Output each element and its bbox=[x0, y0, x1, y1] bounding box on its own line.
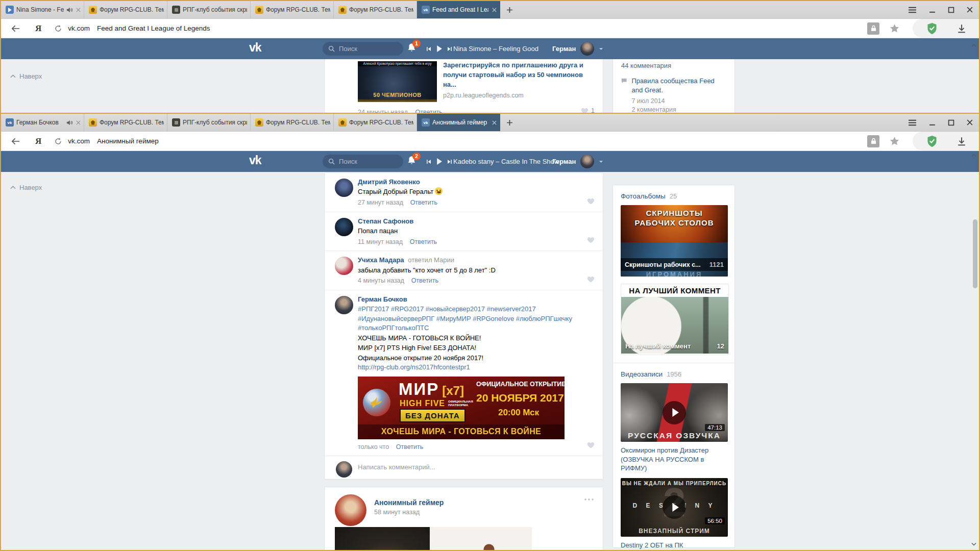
avatar[interactable] bbox=[335, 218, 353, 236]
video-title-link[interactable]: Destiny 2 ОБТ на ПК bbox=[621, 541, 728, 550]
close-window-icon[interactable] bbox=[967, 119, 973, 126]
post-image[interactable] bbox=[335, 527, 532, 550]
like-heart-icon[interactable] bbox=[587, 442, 595, 448]
pinned-topic[interactable]: Правила сообщества Feed and Great. 7 июл… bbox=[621, 77, 726, 113]
comment-author-link[interactable]: Герман Бочков bbox=[358, 295, 407, 303]
url-domain[interactable]: vk.com bbox=[68, 24, 90, 32]
comment-author-link[interactable]: Дмитрий Яковенко bbox=[358, 178, 420, 186]
comment-url-link[interactable]: http://rpg-club.org/ns2017hfcontestpr1 bbox=[358, 363, 593, 372]
player-next-icon[interactable] bbox=[447, 159, 452, 164]
server-promo-banner-image[interactable]: МИР[x7] HIGH FIVE ОФИЦИАЛЬНАЯПЛАТФОРМА Б… bbox=[358, 377, 565, 439]
tab-close-icon[interactable] bbox=[76, 120, 81, 125]
comment-author-link[interactable]: Учиха Мадара bbox=[358, 256, 404, 264]
back-to-top-link[interactable]: Наверх bbox=[10, 72, 42, 80]
player-prev-icon[interactable] bbox=[426, 46, 431, 52]
reply-link[interactable]: Ответить bbox=[396, 443, 423, 450]
search-input[interactable]: Поиск bbox=[323, 42, 403, 56]
comment-author-link[interactable]: Степан Сафонов bbox=[358, 217, 413, 225]
play-button-icon[interactable] bbox=[663, 495, 686, 519]
like-heart-icon[interactable] bbox=[587, 237, 595, 243]
tab-close-icon[interactable] bbox=[492, 120, 497, 125]
refresh-icon[interactable] bbox=[55, 25, 62, 32]
tab-forum-rpg-3[interactable]: Форум RPG-CLUB. Тема: RP bbox=[334, 1, 417, 18]
tab-rpg-events[interactable]: РПГ-клуб события скриншо bbox=[167, 114, 251, 131]
tab-audio-icon[interactable] bbox=[66, 7, 72, 13]
yandex-logo[interactable] bbox=[35, 24, 41, 33]
comment-input[interactable]: Написать комментарий... bbox=[325, 456, 603, 479]
like-heart-icon[interactable] bbox=[587, 198, 595, 205]
tab-forum-rpg-2[interactable]: Форум RPG-CLUB. Тема: RP bbox=[251, 114, 334, 131]
new-tab-button[interactable] bbox=[500, 114, 519, 131]
post-menu-dots-icon[interactable] bbox=[584, 498, 594, 500]
address-bar[interactable]: vk.com Feed and Great I League of Legend… bbox=[1, 19, 979, 38]
avatar[interactable] bbox=[335, 296, 353, 314]
tab-forum-rpg-2[interactable]: Форум RPG-CLUB. Тема: RP bbox=[251, 1, 334, 18]
minimize-icon[interactable] bbox=[929, 7, 936, 13]
reply-link[interactable]: Ответить bbox=[411, 277, 438, 284]
bookmark-star-icon[interactable] bbox=[890, 23, 899, 33]
user-menu[interactable]: Герман bbox=[552, 151, 603, 172]
adblock-shield-icon[interactable] bbox=[927, 23, 937, 34]
scrollbar-up-icon[interactable] bbox=[971, 154, 976, 157]
video-thumb[interactable]: 47:13 РУССКАЯ ОЗВУЧКА bbox=[621, 383, 728, 442]
post-author-link[interactable]: Анонимный геймер bbox=[374, 494, 593, 507]
reply-link[interactable]: Ответить bbox=[410, 238, 437, 245]
maximize-icon[interactable] bbox=[948, 119, 954, 126]
tab-anonymous-gamer-active[interactable]: Анонимный геймер bbox=[417, 114, 500, 131]
like-heart-icon[interactable] bbox=[587, 276, 595, 283]
yandex-logo[interactable] bbox=[35, 137, 41, 145]
tab-close-icon[interactable] bbox=[492, 8, 497, 12]
lock-icon[interactable] bbox=[867, 22, 879, 35]
player-next-icon[interactable] bbox=[447, 46, 452, 52]
vk-logo[interactable] bbox=[249, 154, 261, 167]
avatar[interactable] bbox=[335, 494, 366, 526]
videos-link[interactable]: Видеозаписи bbox=[621, 370, 663, 378]
browser-menu-icon[interactable] bbox=[908, 7, 917, 13]
post-link-title[interactable]: Зарегистрируйся по приглашению друга и п… bbox=[443, 61, 596, 90]
scrollbar-thumb[interactable] bbox=[973, 219, 977, 288]
address-bar[interactable]: vk.com Анонимный геймер bbox=[1, 132, 979, 151]
post-image[interactable]: Алексей Кровопуско приглашает тебя в игр… bbox=[358, 61, 437, 102]
tab-rpg-events[interactable]: РПГ-клуб события скриншо bbox=[167, 1, 251, 18]
tab-nina-simone[interactable]: Nina Simone - Feeling bbox=[1, 1, 84, 18]
tab-feed-and-great-active[interactable]: Feed and Great I League o bbox=[417, 1, 500, 18]
video-thumb[interactable]: ВЫ НЕ ЖДАЛИ А МЫ ПРИПЕРЛИСЬ D E S T I N … bbox=[621, 478, 728, 537]
download-icon[interactable] bbox=[958, 24, 966, 33]
bookmark-star-icon[interactable] bbox=[890, 136, 899, 146]
url-domain[interactable]: vk.com bbox=[68, 137, 90, 145]
reply-link[interactable]: Ответить bbox=[410, 199, 437, 206]
notifications-bell[interactable]: 1 bbox=[407, 43, 416, 53]
maximize-icon[interactable] bbox=[948, 7, 954, 13]
like-button[interactable]: 1 bbox=[581, 107, 595, 113]
browser-menu-icon[interactable] bbox=[908, 119, 917, 126]
scrollbar-down-icon[interactable] bbox=[971, 542, 976, 546]
minimize-icon[interactable] bbox=[929, 119, 936, 126]
vk-logo[interactable] bbox=[249, 41, 261, 55]
photo-album-thumb[interactable]: НА ЛУЧШИЙ КОММЕНТ На лучший коммент 12 bbox=[621, 284, 729, 355]
photo-albums-link[interactable]: Фотоальбомы bbox=[621, 192, 666, 200]
notifications-bell[interactable]: 2 bbox=[407, 156, 416, 165]
now-playing-track[interactable]: Kadebo stany – Castle In The Show bbox=[453, 158, 559, 165]
tab-forum-rpg-1[interactable]: Форум RPG-CLUB. Тема: МИ bbox=[84, 114, 167, 131]
player-prev-icon[interactable] bbox=[426, 159, 431, 164]
avatar[interactable] bbox=[335, 257, 353, 275]
avatar[interactable] bbox=[335, 179, 353, 197]
comment-hashtags[interactable]: #РПГ2017 #RPG2017 #новыйсервер2017 #news… bbox=[358, 305, 593, 333]
tab-german-bochkov[interactable]: Герман Бочков bbox=[1, 114, 84, 131]
player-play-icon[interactable] bbox=[436, 158, 442, 165]
back-to-top-link[interactable]: Наверх bbox=[10, 184, 42, 191]
photo-album-thumb[interactable]: СКРИНШОТЫ РАБОЧИХ СТОЛОВ ИГРОМАНИЯ Скрин… bbox=[621, 205, 728, 277]
player-play-icon[interactable] bbox=[436, 45, 442, 52]
now-playing-track[interactable]: Nina Simone – Feeling Good bbox=[453, 45, 538, 53]
lock-icon[interactable] bbox=[867, 135, 879, 147]
tab-forum-rpg-3[interactable]: Форум RPG-CLUB. Тема: RP bbox=[334, 114, 417, 131]
tab-forum-rpg-1[interactable]: Форум RPG-CLUB. Тема: МИ bbox=[84, 1, 167, 18]
scrollbar-up-icon[interactable] bbox=[971, 44, 976, 47]
user-menu[interactable]: Герман bbox=[552, 38, 603, 59]
tab-audio-icon[interactable] bbox=[66, 120, 72, 126]
tab-close-icon[interactable] bbox=[76, 8, 81, 12]
close-window-icon[interactable] bbox=[967, 7, 973, 13]
back-icon[interactable] bbox=[11, 25, 20, 32]
back-icon[interactable] bbox=[11, 138, 20, 145]
video-title-link[interactable]: Оксимирон против Дизастер (ОЗВУЧКА НА РУ… bbox=[621, 446, 728, 473]
